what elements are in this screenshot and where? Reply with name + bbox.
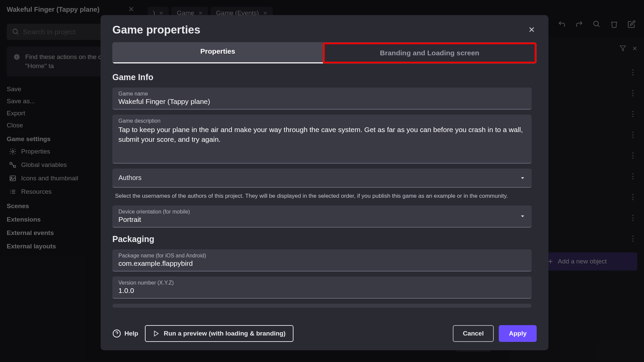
field-authors[interactable]: Authors — [112, 169, 532, 188]
dialog-title: Game properties — [112, 23, 200, 36]
orientation-value: Portrait — [118, 216, 520, 224]
game-description-input[interactable] — [118, 125, 526, 158]
help-label: Help — [124, 330, 138, 337]
tab-properties[interactable]: Properties — [113, 43, 323, 63]
field-package-name[interactable]: Package name (for iOS and Android) — [112, 249, 532, 272]
version-input[interactable] — [118, 287, 526, 295]
authors-help-text: Select the usernames of the authors of t… — [112, 191, 532, 205]
footer-left: Help Run a preview (with loading & brand… — [112, 325, 293, 342]
run-preview-label: Run a preview (with loading & branding) — [164, 330, 285, 337]
game-name-input[interactable] — [118, 98, 526, 106]
field-version[interactable]: Version number (X.Y.Z) — [112, 277, 532, 299]
svg-marker-26 — [521, 177, 524, 179]
field-game-name[interactable]: Game name — [112, 87, 532, 110]
field-label: Device orientation (for mobile) — [118, 209, 520, 215]
field-partial — [112, 304, 532, 308]
svg-marker-30 — [154, 331, 158, 336]
footer-right: Cancel Apply — [453, 325, 537, 342]
field-label: Game description — [118, 118, 526, 124]
play-icon — [153, 330, 160, 337]
section-game-info: Game Info — [112, 72, 532, 82]
help-button[interactable]: Help — [112, 329, 138, 338]
dialog-content: Game Info Game name Game description Aut… — [112, 71, 537, 318]
section-packaging: Packaging — [112, 234, 532, 244]
apply-button[interactable]: Apply — [499, 325, 537, 342]
chevron-down-icon — [520, 175, 526, 181]
field-label: Authors — [118, 174, 142, 182]
field-label: Game name — [118, 91, 526, 97]
field-label: Version number (X.Y.Z) — [118, 280, 526, 286]
field-game-description[interactable]: Game description — [112, 115, 532, 164]
chevron-down-icon — [520, 213, 526, 219]
run-preview-button[interactable]: Run a preview (with loading & branding) — [145, 325, 293, 342]
help-icon — [112, 329, 121, 338]
dialog-header: Game properties ✕ — [112, 23, 537, 36]
field-orientation[interactable]: Device orientation (for mobile) Portrait — [112, 205, 532, 228]
dialog-tabs: Properties Branding and Loading screen — [112, 42, 537, 64]
cancel-button[interactable]: Cancel — [453, 325, 494, 342]
game-properties-dialog: Game properties ✕ Properties Branding an… — [101, 15, 548, 350]
field-label: Package name (for iOS and Android) — [118, 253, 526, 259]
close-icon[interactable]: ✕ — [527, 23, 537, 36]
package-name-input[interactable] — [118, 259, 526, 267]
svg-marker-27 — [521, 216, 524, 217]
tab-branding[interactable]: Branding and Loading screen — [323, 43, 537, 63]
dialog-footer: Help Run a preview (with loading & brand… — [112, 318, 537, 342]
